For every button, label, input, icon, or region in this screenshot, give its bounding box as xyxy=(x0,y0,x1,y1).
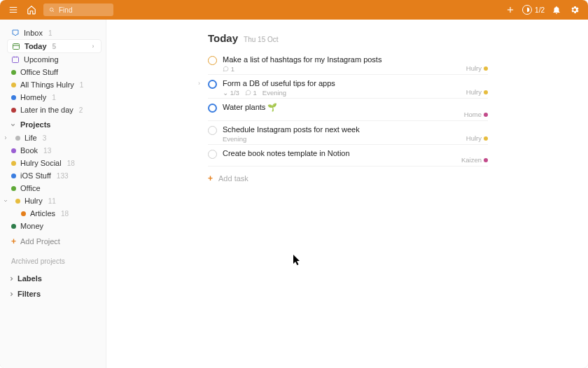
project-count: 18 xyxy=(61,210,69,218)
sidebar-nav-item[interactable]: All Things Hulry1 xyxy=(7,78,102,91)
task-time: Evening xyxy=(262,89,286,97)
task-row[interactable]: Schedule Instagram posts for next weekEv… xyxy=(208,121,488,145)
project-count: 11 xyxy=(48,197,56,205)
add-task-icon[interactable] xyxy=(504,3,517,16)
tag-dot-icon xyxy=(484,158,488,162)
task-checkbox[interactable] xyxy=(208,150,217,159)
nav-count: 1 xyxy=(48,29,52,37)
projects-label: Projects xyxy=(20,120,50,129)
project-label: Life xyxy=(24,134,37,142)
nav-label: Later in the day xyxy=(20,106,74,114)
project-dot-icon xyxy=(11,224,16,229)
chevron-right-icon[interactable]: › xyxy=(198,80,200,87)
search-input[interactable] xyxy=(59,6,108,14)
progress-circle-icon xyxy=(522,5,532,15)
task-project-tag[interactable]: Hulry xyxy=(466,88,488,96)
project-item[interactable]: Life3 xyxy=(7,132,102,144)
task-checkbox[interactable] xyxy=(208,80,217,89)
comment-count: 1 xyxy=(245,89,257,97)
task-row[interactable]: ›Form a DB of useful tips for apps⌄ 1/3 … xyxy=(208,75,488,99)
nav-label: Office Stuff xyxy=(20,68,58,76)
notifications-icon[interactable] xyxy=(550,3,563,16)
menu-icon[interactable] xyxy=(7,3,20,16)
project-item[interactable]: Office xyxy=(7,182,102,194)
labels-section[interactable]: Labels xyxy=(7,271,102,286)
project-label: Book xyxy=(20,146,38,155)
filters-section[interactable]: Filters xyxy=(7,286,102,302)
task-time: Evening xyxy=(223,135,246,143)
project-dot-icon xyxy=(11,106,16,114)
sidebar-nav-item[interactable]: Upcoming xyxy=(7,53,102,66)
task-row[interactable]: Water plants 🌱Home xyxy=(208,99,488,121)
add-project-label: Add Project xyxy=(20,237,60,246)
project-count: 18 xyxy=(67,160,75,167)
page-date: Thu 15 Oct xyxy=(244,36,278,43)
task-checkbox[interactable] xyxy=(208,126,217,135)
nav-label: Inbox xyxy=(24,29,43,37)
productivity-indicator[interactable]: 1/2 xyxy=(522,5,545,15)
tag-dot-icon xyxy=(484,136,488,141)
project-item[interactable]: Money xyxy=(7,220,102,232)
chevron-right-icon xyxy=(8,291,15,297)
task-project-tag[interactable]: Hulry xyxy=(466,134,488,142)
project-item[interactable]: Hulry Social18 xyxy=(7,157,102,169)
svg-rect-7 xyxy=(13,44,20,50)
task-row[interactable]: Make a list of hashtags for my Instagram… xyxy=(208,51,488,75)
search-icon xyxy=(49,6,55,13)
task-title: Create book notes template in Notion xyxy=(223,149,488,157)
plus-icon: + xyxy=(208,174,213,183)
task-row[interactable]: Create book notes template in NotionKaiz… xyxy=(208,145,488,167)
project-dot-icon xyxy=(15,199,20,204)
svg-line-4 xyxy=(53,11,54,12)
subtask-count: ⌄ 1/3 xyxy=(223,89,239,97)
project-item[interactable]: Articles18 xyxy=(7,207,102,220)
task-title: Form a DB of useful tips for apps xyxy=(223,79,488,87)
sidebar-nav-item[interactable]: Inbox1 xyxy=(7,27,102,39)
today-icon xyxy=(12,42,20,50)
filters-text: Filters xyxy=(18,290,41,298)
project-label: Articles xyxy=(30,209,55,218)
search-box[interactable] xyxy=(43,3,113,16)
page-title: Today xyxy=(208,32,238,44)
nav-count: 2 xyxy=(79,106,83,114)
project-label: Money xyxy=(20,222,43,230)
project-item[interactable]: iOS Stuff133 xyxy=(7,169,102,182)
add-project-button[interactable]: + Add Project xyxy=(7,232,102,250)
project-label: Office xyxy=(20,184,41,192)
upcoming-icon xyxy=(11,55,20,64)
task-checkbox[interactable] xyxy=(208,104,217,113)
project-count: 3 xyxy=(43,134,47,142)
sidebar-nav-item[interactable]: Office Stuff xyxy=(7,66,102,78)
sidebar-nav-item[interactable]: Later in the day2 xyxy=(7,104,102,116)
task-project-tag[interactable]: Home xyxy=(464,111,488,118)
tag-dot-icon xyxy=(484,90,488,94)
task-title: Make a list of hashtags for my Instagram… xyxy=(223,55,488,64)
chevron-right-icon: › xyxy=(90,43,97,50)
sidebar-nav-item[interactable]: Homely1 xyxy=(7,91,102,104)
project-dot-icon xyxy=(11,93,16,101)
project-item[interactable]: Book13 xyxy=(7,144,102,157)
project-dot-icon xyxy=(11,148,16,153)
archived-projects[interactable]: Archived projects xyxy=(7,250,102,268)
chevron-right-icon xyxy=(3,135,8,141)
comment-count: 1 xyxy=(223,65,234,73)
projects-header[interactable]: Projects xyxy=(7,116,102,132)
project-dot-icon xyxy=(11,186,16,191)
project-item[interactable]: Hulry11 xyxy=(7,194,102,207)
task-checkbox[interactable] xyxy=(208,56,217,65)
add-task-button[interactable]: + Add task xyxy=(208,167,488,190)
project-count: 133 xyxy=(57,172,69,180)
sidebar-nav-item[interactable]: Today5› xyxy=(7,39,102,53)
add-task-label: Add task xyxy=(218,174,248,183)
home-icon[interactable] xyxy=(25,3,38,16)
nav-label: All Things Hulry xyxy=(20,80,74,89)
tag-dot-icon xyxy=(484,113,488,117)
task-project-tag[interactable]: Kaizen xyxy=(461,156,488,164)
task-project-tag[interactable]: Hulry xyxy=(466,64,488,72)
project-count: 13 xyxy=(43,147,51,155)
plus-icon: + xyxy=(11,236,16,246)
chevron-down-icon xyxy=(10,122,16,128)
settings-gear-icon[interactable] xyxy=(568,3,581,16)
project-label: iOS Stuff xyxy=(20,171,51,180)
project-dot-icon xyxy=(11,161,16,166)
